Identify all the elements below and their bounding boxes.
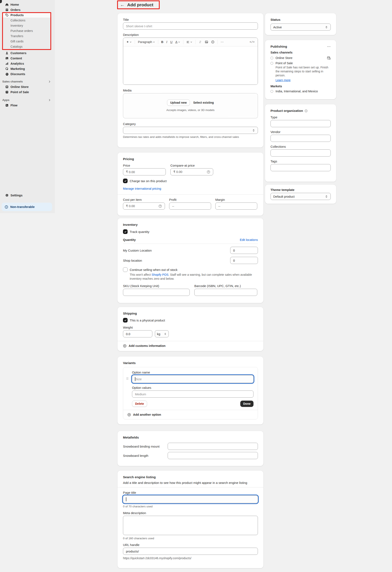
option-name-input[interactable]: Size: [132, 375, 253, 383]
category-label: Category: [123, 122, 258, 126]
more-actions-button[interactable]: [327, 45, 331, 48]
underline-button[interactable]: U: [169, 39, 173, 45]
category-select[interactable]: [123, 127, 258, 134]
sku-input[interactable]: [123, 289, 190, 296]
info-icon[interactable]: [304, 109, 308, 112]
media-hint: Accepts images, videos, or 3D models: [166, 108, 215, 112]
insert-image-button[interactable]: [204, 39, 209, 45]
compare-at-price-input[interactable]: ₹ 0.00: [170, 168, 213, 175]
physical-product-checkbox-row[interactable]: This is a physical product: [123, 318, 258, 322]
sidebar-item-inventory[interactable]: Inventory: [0, 23, 55, 28]
page-title: Add product: [127, 2, 153, 7]
more-formatting-button[interactable]: ⋯: [220, 39, 225, 45]
cost-per-item-input[interactable]: ₹ 0.00: [123, 203, 165, 210]
help-icon[interactable]: [158, 204, 162, 208]
quantity-input-custom-location[interactable]: [230, 247, 258, 254]
text-color-button[interactable]: A: [174, 39, 182, 45]
sidebar-item-analytics[interactable]: Analytics: [0, 61, 55, 66]
tags-input[interactable]: [270, 164, 331, 171]
continue-selling-checkbox-row[interactable]: Continue selling when out of stock: [123, 267, 258, 272]
point-of-sale-icon: [5, 90, 9, 94]
weight-unit-select[interactable]: kg: [155, 330, 169, 337]
sidebar-item-discounts[interactable]: Discounts: [0, 71, 55, 77]
status-select[interactable]: Active: [270, 23, 331, 31]
page-title-input[interactable]: [123, 495, 258, 503]
sidebar-item-collections[interactable]: Collections: [0, 18, 55, 23]
info-icon: [5, 205, 8, 209]
quantity-input-shop-location[interactable]: [230, 257, 258, 264]
metafield-input-binding-mount[interactable]: [168, 443, 258, 450]
sidebar-item-gift-cards[interactable]: Gift cards: [0, 39, 55, 44]
theme-template-select[interactable]: Default product: [270, 193, 331, 200]
weight-input[interactable]: [123, 330, 152, 337]
type-input[interactable]: [270, 120, 331, 127]
margin-field: --: [215, 203, 257, 210]
sidebar-item-content[interactable]: Content: [0, 56, 55, 61]
select-existing-button[interactable]: Select existing: [193, 101, 214, 104]
alignment-button[interactable]: [185, 39, 193, 45]
sidebar-item-online-store[interactable]: Online Store: [0, 84, 55, 89]
done-button[interactable]: Done: [240, 400, 253, 407]
organization-heading: Product organization: [270, 109, 303, 113]
add-customs-information-button[interactable]: Add customs information: [123, 341, 258, 350]
code-view-button[interactable]: </>: [249, 39, 256, 45]
track-quantity-checkbox-row[interactable]: Track quantity: [123, 229, 258, 234]
sidebar-item-purchase-orders[interactable]: Purchase orders: [0, 28, 55, 33]
description-label: Description: [123, 33, 258, 36]
collections-input[interactable]: [270, 149, 331, 157]
link-button[interactable]: [197, 39, 203, 45]
marketing-icon: [5, 67, 9, 70]
metafields-heading: Metafields: [123, 436, 258, 439]
metafield-input-snowboard-length[interactable]: [168, 452, 258, 459]
sidebar-item-products[interactable]: Products: [2, 12, 51, 18]
sidebar-section-sales-channels[interactable]: Sales channels: [0, 79, 55, 84]
checkbox-checked[interactable]: [123, 229, 127, 234]
plan-badge[interactable]: Non-transferable: [2, 203, 52, 211]
calendar-clock-icon[interactable]: [327, 56, 331, 60]
price-input[interactable]: ₹ 0.00: [123, 168, 166, 175]
chevron-down-icon: [129, 41, 132, 43]
checkbox-unchecked[interactable]: [123, 267, 127, 272]
edit-locations-link[interactable]: Edit locations: [240, 238, 258, 241]
sidebar-item-catalogs[interactable]: Catalogs: [0, 44, 55, 49]
sidebar: Home Orders Products Collections Invento…: [0, 0, 55, 213]
barcode-input[interactable]: [194, 289, 257, 296]
sidebar-item-transfers[interactable]: Transfers: [0, 33, 55, 39]
back-button[interactable]: ←: [120, 2, 125, 7]
sidebar-item-orders[interactable]: Orders: [0, 7, 55, 12]
sidebar-item-customers[interactable]: Customers: [0, 50, 55, 56]
meta-description-textarea[interactable]: [123, 516, 258, 535]
url-handle-input[interactable]: [123, 548, 258, 555]
learn-more-link[interactable]: Learn more: [276, 79, 291, 82]
bold-button[interactable]: B: [160, 39, 164, 45]
sidebar-section-apps[interactable]: Apps: [0, 97, 55, 103]
ai-sparkle-button[interactable]: ✦: [125, 39, 133, 45]
insert-video-button[interactable]: [210, 39, 216, 45]
delete-option-button[interactable]: Delete: [132, 400, 147, 407]
orders-icon: [5, 8, 9, 12]
checkbox-checked[interactable]: [123, 179, 127, 183]
add-another-option-button[interactable]: Add another option: [123, 410, 258, 419]
checkbox-checked[interactable]: [123, 318, 127, 322]
sidebar-item-settings[interactable]: Settings: [0, 193, 55, 198]
help-icon[interactable]: [207, 170, 210, 174]
description-textarea[interactable]: [123, 46, 258, 85]
sidebar-item-home[interactable]: Home: [0, 2, 55, 7]
charge-tax-checkbox-row[interactable]: Charge tax on this product: [123, 179, 258, 183]
plus-circle-icon: [127, 413, 131, 416]
sidebar-item-marketing[interactable]: Marketing: [0, 66, 55, 71]
manage-international-pricing-link[interactable]: Manage international pricing: [123, 187, 161, 190]
paragraph-style-dropdown[interactable]: Paragraph: [137, 39, 156, 45]
media-dropzone[interactable]: Upload new Select existing Accepts image…: [123, 93, 258, 118]
vendor-input[interactable]: [270, 135, 331, 142]
sidebar-item-flow[interactable]: Flow: [0, 103, 55, 108]
title-input[interactable]: [123, 22, 258, 30]
sidebar-item-point-of-sale[interactable]: Point of Sale: [0, 89, 55, 95]
italic-button[interactable]: I: [165, 39, 168, 45]
gear-icon: [5, 194, 9, 197]
shopify-pos-link[interactable]: Shopify POS: [152, 273, 168, 276]
profit-field: --: [169, 203, 211, 210]
drag-handle-icon[interactable]: [126, 377, 129, 380]
option-value-input[interactable]: Medium: [132, 391, 253, 398]
upload-new-button[interactable]: Upload new: [167, 99, 190, 106]
